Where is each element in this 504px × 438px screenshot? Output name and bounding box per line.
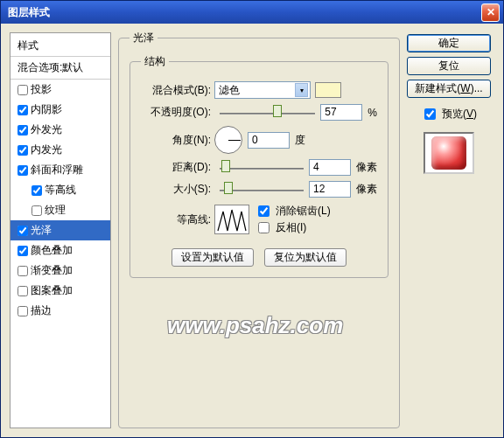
contour-label: 等高线: — [141, 212, 214, 227]
style-item-6[interactable]: 纹理 — [10, 200, 110, 220]
blend-mode-label: 混合模式(B): — [141, 83, 214, 98]
style-item-label: 斜面和浮雕 — [31, 163, 83, 177]
style-checkbox[interactable] — [18, 306, 28, 316]
style-item-11[interactable]: 描边 — [10, 301, 110, 321]
style-item-4[interactable]: 斜面和浮雕 — [10, 160, 110, 180]
size-label: 大小(S): — [141, 182, 214, 197]
titlebar: 图层样式 ✕ — [1, 1, 503, 24]
style-checkbox[interactable] — [18, 145, 28, 156]
antialias-label: 消除锯齿(L) — [276, 204, 331, 219]
dialog-window: 图层样式 ✕ 样式 混合选项:默认 投影内阴影外发光内发光斜面和浮雕等高线纹理光… — [0, 0, 504, 438]
cancel-button[interactable]: 复位 — [407, 57, 491, 75]
new-style-button[interactable]: 新建样式(W)... — [407, 80, 491, 98]
size-slider[interactable] — [220, 182, 304, 198]
opacity-slider[interactable] — [220, 105, 315, 121]
style-item-2[interactable]: 外发光 — [10, 120, 110, 140]
blend-options-default[interactable]: 混合选项:默认 — [10, 57, 110, 80]
style-item-1[interactable]: 内阴影 — [10, 100, 110, 120]
style-checkbox[interactable] — [18, 125, 28, 136]
distance-input[interactable]: 4 — [309, 159, 351, 176]
style-item-10[interactable]: 图案叠加 — [10, 281, 110, 301]
style-item-7[interactable]: 光泽 — [10, 220, 110, 240]
style-item-label: 外发光 — [31, 122, 62, 137]
styles-header: 样式 — [10, 33, 110, 57]
distance-slider[interactable] — [220, 160, 304, 176]
style-item-0[interactable]: 投影 — [10, 80, 110, 100]
styles-list: 样式 混合选项:默认 投影内阴影外发光内发光斜面和浮雕等高线纹理光泽颜色叠加渐变… — [10, 32, 111, 428]
style-item-9[interactable]: 渐变叠加 — [10, 261, 110, 281]
style-item-label: 图案叠加 — [31, 283, 73, 298]
style-item-8[interactable]: 颜色叠加 — [10, 240, 110, 261]
style-checkbox[interactable] — [18, 85, 28, 95]
style-item-label: 纹理 — [45, 203, 66, 218]
style-checkbox[interactable] — [18, 165, 28, 176]
window-title: 图层样式 — [8, 5, 481, 20]
blend-mode-select[interactable]: 滤色 ▾ — [214, 81, 311, 99]
invert-label: 反相(I) — [276, 220, 306, 235]
make-default-button[interactable]: 设置为默认值 — [172, 248, 254, 267]
angle-unit: 度 — [295, 133, 305, 148]
size-input[interactable]: 12 — [309, 181, 351, 198]
style-checkbox[interactable] — [32, 185, 42, 196]
style-item-label: 内阴影 — [31, 102, 62, 117]
satin-group: 光泽 结构 混合模式(B): 滤色 ▾ 不透明度(O): — [118, 31, 400, 428]
style-item-label: 渐变叠加 — [31, 263, 73, 278]
style-checkbox[interactable] — [32, 205, 42, 216]
angle-input[interactable]: 0 — [248, 132, 290, 149]
reset-default-button[interactable]: 复位为默认值 — [264, 248, 346, 267]
size-unit: 像素 — [356, 182, 377, 197]
style-checkbox[interactable] — [18, 226, 28, 236]
preview-label: 预览(V) — [442, 107, 477, 122]
preview-checkbox[interactable] — [424, 108, 436, 120]
ok-button[interactable]: 确定 — [407, 34, 491, 52]
angle-label: 角度(N): — [141, 133, 214, 148]
angle-dial[interactable] — [214, 126, 242, 154]
style-checkbox[interactable] — [18, 286, 28, 296]
style-item-3[interactable]: 内发光 — [10, 140, 110, 160]
contour-picker[interactable] — [214, 205, 249, 234]
distance-label: 距离(D): — [141, 160, 214, 175]
close-button[interactable]: ✕ — [481, 3, 500, 22]
preview-swatch — [424, 132, 474, 174]
style-item-label: 光泽 — [31, 223, 52, 238]
style-checkbox[interactable] — [18, 105, 28, 115]
style-item-label: 内发光 — [31, 143, 62, 157]
style-item-label: 描边 — [31, 303, 52, 318]
settings-panel: 光泽 结构 混合模式(B): 滤色 ▾ 不透明度(O): — [118, 31, 400, 428]
action-panel: 确定 复位 新建样式(W)... 预览(V) — [405, 34, 493, 174]
opacity-input[interactable]: 57 — [320, 104, 362, 121]
dialog-body: 样式 混合选项:默认 投影内阴影外发光内发光斜面和浮雕等高线纹理光泽颜色叠加渐变… — [1, 24, 503, 437]
style-item-5[interactable]: 等高线 — [10, 180, 110, 200]
style-checkbox[interactable] — [18, 266, 28, 276]
style-item-label: 等高线 — [45, 183, 76, 198]
opacity-unit: % — [368, 107, 377, 119]
color-swatch[interactable] — [315, 82, 341, 98]
satin-legend: 光泽 — [130, 31, 158, 45]
preview-thumbnail — [431, 136, 466, 170]
structure-group: 结构 混合模式(B): 滤色 ▾ 不透明度(O): — [130, 54, 388, 278]
style-checkbox[interactable] — [18, 246, 28, 256]
antialias-checkbox[interactable] — [258, 205, 270, 217]
invert-checkbox[interactable] — [258, 222, 270, 233]
style-item-label: 颜色叠加 — [31, 243, 73, 258]
distance-unit: 像素 — [356, 160, 377, 175]
structure-legend: 结构 — [141, 54, 169, 69]
style-item-label: 投影 — [31, 82, 52, 97]
chevron-down-icon: ▾ — [295, 83, 308, 97]
opacity-label: 不透明度(O): — [141, 105, 214, 120]
blend-mode-value: 滤色 — [219, 83, 240, 98]
